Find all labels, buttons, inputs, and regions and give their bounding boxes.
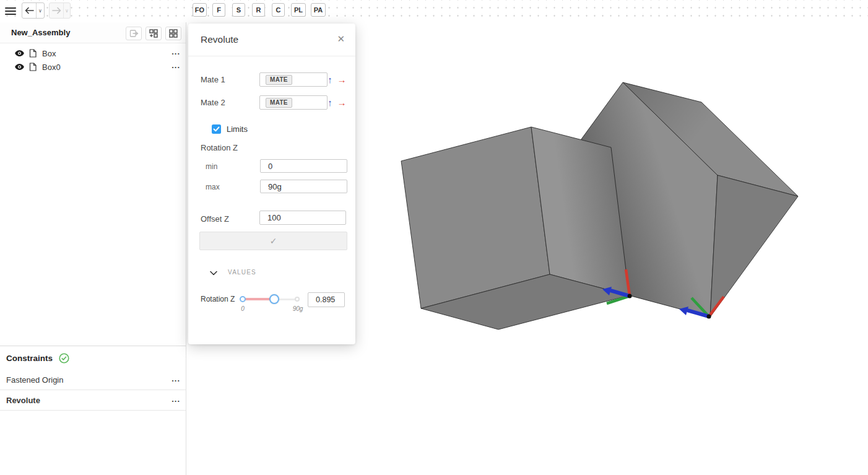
mate2-input[interactable]: MATE <box>259 95 328 110</box>
mate1-select-arrow-icon[interactable]: → <box>337 74 347 85</box>
limits-label[interactable]: Limits <box>227 124 248 134</box>
constraints-header: Constraints <box>0 346 186 370</box>
visibility-eye-icon[interactable] <box>15 50 24 57</box>
back-dropdown-button[interactable]: ∨ <box>37 3 44 18</box>
top-toolbar: ∨ ∨ FO F S R C PL PA <box>0 0 868 22</box>
tree-item-menu-button[interactable]: ... <box>171 47 180 56</box>
export-button[interactable] <box>126 27 142 40</box>
mate1-label: Mate 1 <box>201 75 225 84</box>
tree-item-label[interactable]: Box0 <box>42 63 61 72</box>
tool-button-pl[interactable]: PL <box>291 3 306 17</box>
tree-item-menu-button[interactable]: ... <box>171 61 180 70</box>
tool-button-pa[interactable]: PA <box>311 3 326 17</box>
assembly-tree-panel: New_Assembly <box>0 22 186 475</box>
panel-header: New_Assembly <box>0 22 186 43</box>
min-label: min <box>206 162 217 171</box>
triad1-origin-dot <box>628 294 632 299</box>
grid-icon <box>169 29 178 38</box>
box0-right-face[interactable] <box>710 175 798 317</box>
offset-z-label: Offset Z <box>201 214 229 224</box>
add-part-button[interactable] <box>145 27 162 40</box>
mate1-up-arrow-icon[interactable]: ↑ <box>325 74 335 85</box>
forward-dropdown-button[interactable]: ∨ <box>64 3 70 18</box>
mate2-up-arrow-icon[interactable]: ↑ <box>325 97 335 108</box>
checkmark-icon <box>213 126 220 132</box>
constraint-label[interactable]: Revolute <box>6 396 40 405</box>
slider-max-tick-label: 90g <box>290 305 306 312</box>
slider-max-endpoint[interactable] <box>295 297 300 302</box>
close-icon[interactable]: ✕ <box>337 33 345 45</box>
dialog-title: Revolute <box>201 24 238 55</box>
slider-min-endpoint[interactable] <box>240 296 246 302</box>
redo-forward-group: ∨ <box>49 2 71 19</box>
constraint-row-revolute[interactable]: Revolute ... <box>0 390 186 411</box>
grid-view-button[interactable] <box>165 27 181 40</box>
constraints-solved-check-icon <box>59 353 69 364</box>
rotation-z-slider-label: Rotation Z <box>201 295 235 303</box>
tool-button-f[interactable]: F <box>212 3 225 17</box>
export-icon <box>129 29 139 38</box>
back-arrow-icon <box>25 7 34 14</box>
part-file-icon <box>29 63 37 71</box>
tree-item-label[interactable]: Box <box>42 49 56 58</box>
offset-z-input[interactable] <box>259 211 346 225</box>
tree-item-box[interactable]: Box ... <box>0 46 186 60</box>
tool-button-fo[interactable]: FO <box>193 3 207 17</box>
forward-arrow-icon <box>52 7 61 14</box>
part-file-icon <box>29 49 37 58</box>
apply-button[interactable]: ✓ <box>199 232 347 250</box>
mate2-select-arrow-icon[interactable]: → <box>337 97 347 108</box>
revolute-dialog: Revolute ✕ Mate 1 MATE ↑ → Mate 2 MATE ↑… <box>188 24 355 344</box>
tool-button-s[interactable]: S <box>232 3 245 17</box>
constraints-title: Constraints <box>6 354 53 363</box>
part-box[interactable] <box>401 127 629 329</box>
constraint-label[interactable]: Fastened Origin <box>6 375 64 385</box>
tool-button-r[interactable]: R <box>252 3 265 17</box>
forward-button[interactable] <box>50 3 64 18</box>
mate1-chip: MATE <box>266 75 292 85</box>
constraint-menu-button[interactable]: ... <box>171 394 180 404</box>
chevron-down-icon[interactable] <box>209 269 218 277</box>
back-button[interactable] <box>22 3 37 18</box>
rotation-z-value-input[interactable] <box>308 292 345 307</box>
visibility-eye-icon[interactable] <box>15 63 24 71</box>
hamburger-menu-icon[interactable] <box>5 6 16 17</box>
min-input[interactable] <box>260 159 347 173</box>
values-section-label: VALUES <box>228 269 256 276</box>
mate2-label: Mate 2 <box>201 98 225 107</box>
rotation-z-section-label: Rotation Z <box>201 143 238 152</box>
max-label: max <box>206 183 220 191</box>
slider-thumb[interactable] <box>269 294 279 304</box>
constraint-row-fastened-origin[interactable]: Fastened Origin ... <box>0 370 186 390</box>
dialog-divider <box>188 56 355 56</box>
undo-back-group: ∨ <box>22 2 45 19</box>
constraint-menu-button[interactable]: ... <box>171 374 180 383</box>
limits-checkbox[interactable] <box>212 124 221 134</box>
tree-item-box0[interactable]: Box0 ... <box>0 60 186 74</box>
triad2-origin-dot <box>707 315 711 319</box>
mate1-input[interactable]: MATE <box>259 72 328 87</box>
assembly-title: New_Assembly <box>11 22 70 43</box>
grid-plus-icon <box>149 29 158 38</box>
max-input[interactable] <box>260 180 347 193</box>
slider-min-tick-label: 0 <box>238 305 248 312</box>
tool-button-c[interactable]: C <box>272 3 285 17</box>
mate2-chip: MATE <box>266 98 292 108</box>
